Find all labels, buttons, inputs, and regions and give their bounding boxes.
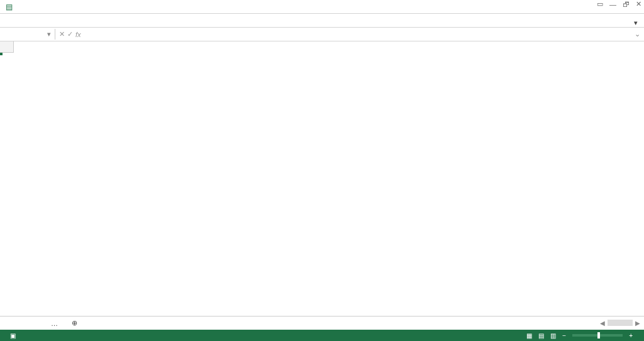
enter-formula-icon[interactable]: ✓	[67, 30, 73, 38]
worksheet-tabs: … ⊕ ◀ ▶	[0, 316, 644, 330]
name-box[interactable]: ▾	[0, 29, 55, 40]
ribbon-tabs: ▾	[0, 14, 644, 28]
redo-icon[interactable]	[49, 2, 59, 12]
fx-icon[interactable]: fx	[75, 31, 81, 38]
undo-icon[interactable]	[34, 2, 44, 12]
title-bar: ▤ ▭ — 🗗 ✕	[0, 0, 644, 14]
zoom-in-icon[interactable]: +	[629, 332, 633, 339]
sheet-area[interactable]	[0, 41, 644, 316]
view-normal-icon[interactable]: ▦	[526, 332, 532, 339]
close-icon[interactable]: ✕	[636, 0, 641, 8]
formula-bar-row: ▾ ✕ ✓ fx ⌄	[0, 28, 644, 41]
horizontal-scroll[interactable]: ◀ ▶	[600, 320, 644, 327]
zoom-slider[interactable]	[572, 334, 623, 337]
restore-icon[interactable]: 🗗	[623, 1, 630, 8]
ribbon-options-icon[interactable]: ▭	[597, 0, 603, 8]
status-bar: ▣ ▦ ▤ ▥ − +	[0, 330, 644, 341]
new-sheet-icon[interactable]: ⊕	[65, 317, 84, 329]
more-tabs-icon[interactable]: …	[44, 318, 65, 329]
new-icon[interactable]	[64, 2, 74, 12]
zoom-out-icon[interactable]: −	[562, 332, 566, 339]
view-pagebreak-icon[interactable]: ▥	[550, 332, 556, 339]
macro-record-icon[interactable]: ▣	[10, 332, 16, 339]
qat-dropdown-icon[interactable]	[94, 2, 104, 12]
excel-icon[interactable]: ▤	[4, 2, 14, 12]
active-cell-outline	[0, 53, 3, 55]
column-headers	[0, 41, 644, 53]
expand-formula-icon[interactable]: ⌄	[631, 30, 644, 38]
cancel-formula-icon[interactable]: ✕	[59, 30, 65, 38]
minimize-icon[interactable]: —	[609, 1, 616, 8]
window-controls: ▭ — 🗗 ✕	[591, 0, 641, 8]
quick-access-toolbar: ▤	[0, 2, 104, 12]
formula-input[interactable]	[85, 33, 631, 36]
dropdown-icon: ▾	[47, 30, 51, 38]
sign-in-link[interactable]: ▾	[634, 19, 644, 27]
select-all-corner[interactable]	[0, 41, 14, 53]
save-icon[interactable]	[19, 2, 29, 12]
view-layout-icon[interactable]: ▤	[538, 332, 544, 339]
user-icon: ▾	[634, 19, 638, 26]
touch-mode-icon[interactable]	[79, 2, 89, 12]
